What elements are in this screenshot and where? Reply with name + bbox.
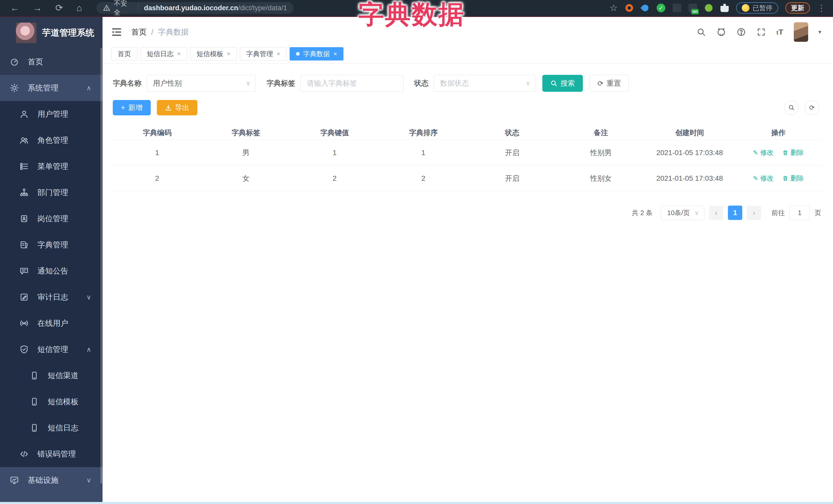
shield-check-icon bbox=[20, 345, 29, 354]
delete-link[interactable]: 删除 bbox=[782, 174, 804, 183]
extension-blue-drop-icon[interactable] bbox=[641, 4, 649, 12]
search-button[interactable]: 搜索 bbox=[542, 75, 583, 92]
sidebar-item-menu-management[interactable]: 菜单管理 bbox=[0, 153, 102, 179]
edit-icon: ✎ bbox=[753, 149, 758, 157]
extension-green-key-icon[interactable] bbox=[704, 4, 713, 12]
not-secure-label[interactable]: 不安全 bbox=[114, 0, 133, 17]
sidebar-item-online-users[interactable]: 在线用户 bbox=[0, 310, 102, 336]
sidebar-item-sms-template[interactable]: 短信模板 bbox=[0, 389, 102, 415]
github-icon[interactable] bbox=[716, 27, 726, 37]
reset-button-label: 重置 bbox=[606, 78, 621, 88]
sidebar-logo[interactable]: 芋道管理系统 bbox=[0, 17, 102, 49]
status-select[interactable]: 数据状态 ∨ bbox=[434, 75, 536, 92]
extension-orange-ring-icon[interactable] bbox=[625, 4, 634, 12]
edit-link[interactable]: ✎修改 bbox=[753, 174, 774, 183]
sidebar-item-error-code[interactable]: 错误码管理 bbox=[0, 441, 102, 467]
fullscreen-icon[interactable] bbox=[756, 27, 766, 37]
sidebar-item-label: 短信日志 bbox=[48, 423, 78, 433]
status-label: 状态 bbox=[414, 78, 429, 88]
goto-page-input[interactable] bbox=[789, 206, 810, 220]
page-size-select[interactable]: 10条/页 ∨ bbox=[661, 206, 704, 220]
sidebar-item-sms-channel[interactable]: 短信渠道 bbox=[0, 362, 102, 389]
extension-green-check-icon[interactable]: ✓ bbox=[657, 4, 665, 12]
close-icon[interactable]: × bbox=[227, 50, 231, 57]
dict-name-select[interactable]: 用户性别 ∨ bbox=[147, 75, 256, 92]
refresh-icon: ⟳ bbox=[809, 104, 815, 112]
close-icon[interactable]: × bbox=[177, 50, 181, 57]
sidebar-item-post-management[interactable]: 岗位管理 bbox=[0, 206, 102, 232]
sidebar-toggle-icon[interactable] bbox=[111, 27, 122, 38]
sidebar-item-system-management[interactable]: 系统管理 ∧ bbox=[0, 75, 102, 101]
sidebar-item-label: 短信管理 bbox=[38, 344, 68, 355]
url-text[interactable]: dashboard.yudao.iocoder.cn/dict/type/dat… bbox=[144, 4, 287, 12]
back-icon[interactable]: ← bbox=[10, 3, 20, 13]
expand-arrow-icon: ∨ bbox=[86, 476, 91, 484]
close-icon[interactable]: × bbox=[333, 50, 337, 57]
delete-link[interactable]: 删除 bbox=[782, 148, 804, 157]
sidebar-item-audit-log[interactable]: 审计日志 ∨ bbox=[0, 284, 102, 310]
forward-icon[interactable]: → bbox=[33, 3, 42, 13]
next-page-button[interactable]: › bbox=[747, 206, 761, 220]
horizontal-scrollbar[interactable] bbox=[0, 502, 833, 504]
sidebar-item-department-management[interactable]: 部门管理 bbox=[0, 179, 102, 206]
dict-name-value: 用户性别 bbox=[153, 78, 182, 88]
bookmark-star-icon[interactable]: ☆ bbox=[610, 3, 618, 13]
add-button[interactable]: + 新增 bbox=[113, 100, 151, 115]
address-bar[interactable]: 不安全 dashboard.yudao.iocoder.cn/dict/type… bbox=[96, 2, 294, 14]
export-button[interactable]: 导出 bbox=[157, 100, 197, 115]
dashboard-icon bbox=[10, 57, 19, 66]
dict-tag-input-wrap bbox=[301, 75, 403, 92]
sidebar-item-notice[interactable]: 通知公告 bbox=[0, 258, 102, 284]
extensions-puzzle-icon[interactable] bbox=[720, 4, 729, 12]
column-header: 字典排序 bbox=[379, 128, 468, 138]
reload-icon[interactable]: ⟳ bbox=[55, 3, 63, 13]
chrome-update-button[interactable]: 更新 bbox=[785, 2, 810, 14]
help-icon[interactable] bbox=[736, 27, 746, 37]
search-icon[interactable] bbox=[696, 27, 706, 37]
close-icon[interactable]: × bbox=[277, 50, 280, 57]
cell-remark: 性别女 bbox=[556, 173, 645, 183]
breadcrumb-current: 字典数据 bbox=[158, 27, 189, 38]
list-icon bbox=[20, 162, 29, 171]
toggle-search-button[interactable] bbox=[784, 100, 799, 115]
home-icon[interactable]: ⌂ bbox=[76, 3, 82, 13]
column-header: 创建时间 bbox=[645, 128, 734, 138]
sidebar-item-role-management[interactable]: 角色管理 bbox=[0, 127, 102, 153]
sidebar-item-sms-management[interactable]: 短信管理 ∧ bbox=[0, 336, 102, 362]
reset-button[interactable]: ⟳ 重置 bbox=[590, 75, 629, 92]
profile-paused-pill[interactable]: 已暂停 bbox=[736, 2, 778, 14]
refresh-table-button[interactable]: ⟳ bbox=[805, 100, 819, 115]
breadcrumb: 首页 / 字典数据 bbox=[131, 27, 189, 38]
logo-image bbox=[16, 23, 37, 43]
cell-created: 2021-01-05 17:03:48 bbox=[645, 149, 734, 157]
sidebar-item-infrastructure[interactable]: 基础设施 ∨ bbox=[0, 467, 102, 493]
prev-page-button[interactable]: ‹ bbox=[709, 206, 723, 220]
sidebar-scrollbar[interactable] bbox=[100, 48, 102, 483]
tab-dict-data[interactable]: 字典数据 × bbox=[290, 47, 343, 61]
tab-sms-template[interactable]: 短信模板 × bbox=[190, 47, 237, 61]
edit-link[interactable]: ✎修改 bbox=[753, 148, 774, 157]
page-number-1[interactable]: 1 bbox=[728, 206, 742, 220]
goto-label: 前往 bbox=[771, 209, 785, 217]
dict-tag-input[interactable] bbox=[307, 79, 397, 88]
sidebar-item-home[interactable]: 首页 bbox=[0, 49, 102, 75]
user-avatar[interactable] bbox=[794, 22, 808, 42]
sidebar-item-dict-management[interactable]: 字典管理 bbox=[0, 232, 102, 258]
extension-dark-diamond-icon[interactable] bbox=[672, 4, 681, 12]
extension-on-badge-icon[interactable]: on bbox=[688, 4, 697, 12]
sidebar-item-sms-log[interactable]: 短信日志 bbox=[0, 415, 102, 441]
user-menu-caret-icon[interactable]: ▾ bbox=[818, 29, 821, 35]
sidebar-item-user-management[interactable]: 用户管理 bbox=[0, 101, 102, 127]
breadcrumb-home[interactable]: 首页 bbox=[131, 27, 147, 38]
font-size-icon[interactable]: tT bbox=[776, 28, 784, 37]
cell-label: 男 bbox=[201, 148, 290, 158]
tab-dict-management[interactable]: 字典管理 × bbox=[240, 47, 287, 61]
users-icon bbox=[20, 136, 29, 145]
tab-sms-log[interactable]: 短信日志 × bbox=[140, 47, 187, 61]
topbar-actions: tT ▾ bbox=[696, 22, 821, 42]
breadcrumb-separator: / bbox=[151, 28, 153, 37]
browser-menu-icon[interactable]: ⋮ bbox=[817, 4, 826, 12]
app-title: 芋道管理系统 bbox=[42, 27, 94, 39]
table-tools: ⟳ bbox=[784, 100, 823, 115]
tab-home[interactable]: 首页 bbox=[111, 47, 137, 61]
